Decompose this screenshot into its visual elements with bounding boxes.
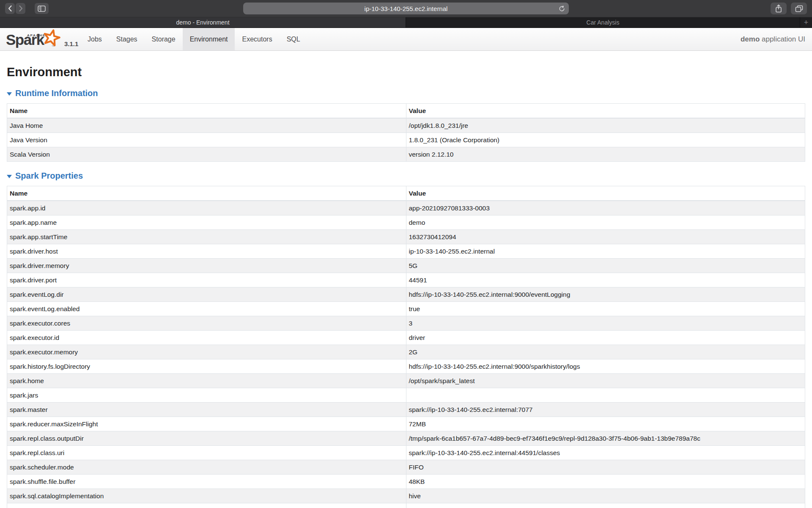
property-name-cell: spark.reducer.maxSizeInFlight (7, 417, 406, 431)
nav-item-storage[interactable]: Storage (145, 28, 183, 50)
table-row: spark.executor.iddriver (7, 331, 805, 345)
property-name-cell: spark.home (7, 374, 406, 388)
tab-car-analysis[interactable]: Car Analysis (406, 17, 800, 28)
table-header-row: NameValue (7, 104, 805, 119)
back-button[interactable] (5, 3, 15, 14)
property-name-cell: spark.app.startTime (7, 230, 406, 244)
property-value-cell: /opt/jdk1.8.0_231/jre (406, 118, 805, 133)
nav-item-stages[interactable]: Stages (109, 28, 145, 50)
tab-demo-environment[interactable]: demo - Environment (0, 17, 406, 28)
property-value-cell: /tmp/spark-6ca1b657-67a7-4d89-bec9-ef734… (406, 431, 805, 446)
table-row: spark.repl.class.urispark://ip-10-33-140… (7, 446, 805, 460)
property-value-cell: FIFO (406, 460, 805, 475)
spark-header: APACHE Spark ™ 3.1.1 JobsStagesStorageEn… (0, 28, 812, 51)
property-value-cell: 1.8.0_231 (Oracle Corporation) (406, 133, 805, 147)
property-name-cell: spark.history.fs.logDirectory (7, 359, 406, 374)
nav-item-environment[interactable]: Environment (183, 28, 235, 50)
property-name-cell: spark.executor.cores (7, 316, 406, 331)
property-name-cell: spark.driver.memory (7, 259, 406, 273)
property-value-cell: demo (406, 215, 805, 230)
table-row: spark.executor.cores3 (7, 316, 805, 331)
tab-overview-button[interactable] (791, 3, 807, 14)
section-title: Runtime Information (15, 88, 98, 98)
nav-item-jobs[interactable]: Jobs (80, 28, 109, 50)
property-name-cell: spark.eventLog.dir (7, 287, 406, 302)
page-title: Environment (7, 65, 805, 79)
spark-properties-table: NameValuespark.app.idapp-20210927081333-… (7, 186, 805, 508)
property-value-cell: 48KB (406, 475, 805, 489)
table-row: spark.history.fs.logDirectoryhdfs://ip-1… (7, 359, 805, 374)
property-name-cell: Scala Version (7, 147, 406, 162)
page-content: Environment Runtime Information NameValu… (0, 65, 812, 508)
collapse-caret-icon (7, 175, 12, 178)
table-row: Scala Versionversion 2.12.10 (7, 147, 805, 162)
table-row: spark.sql.catalogImplementationhive (7, 489, 805, 503)
url-text: ip-10-33-140-255.ec2.internal (365, 5, 448, 12)
app-ui-label: demo application UI (741, 35, 812, 44)
table-row: spark.scheduler.modeFIFO (7, 460, 805, 475)
property-value-cell: 2G (406, 345, 805, 359)
section-spark-properties-header[interactable]: Spark Properties (7, 171, 805, 181)
property-name-cell: spark.repl.class.outputDir (7, 431, 406, 446)
collapse-caret-icon (7, 92, 12, 96)
new-tab-button[interactable]: + (800, 17, 812, 28)
property-name-cell: spark.app.id (7, 201, 406, 215)
property-value-cell: ip-10-33-140-255.ec2.internal (406, 244, 805, 259)
runtime-information-table: NameValueJava Home/opt/jdk1.8.0_231/jreJ… (7, 103, 805, 162)
property-value-cell: version 2.12.10 (406, 147, 805, 162)
property-name-cell: spark.jars (7, 388, 406, 403)
property-value-cell: 3 (406, 316, 805, 331)
table-row: spark.driver.hostip-10-33-140-255.ec2.in… (7, 244, 805, 259)
table-row: spark.jars (7, 388, 805, 403)
plus-icon: + (804, 18, 809, 27)
reload-button[interactable] (558, 5, 565, 12)
nav-item-sql[interactable]: SQL (280, 28, 307, 50)
table-row: spark.driver.memory5G (7, 259, 805, 273)
table-header-row: NameValue (7, 186, 805, 201)
property-value-cell: 44591 (406, 273, 805, 287)
sidebar-icon (38, 6, 46, 12)
property-name-cell: spark.app.name (7, 215, 406, 230)
browser-toolbar: ip-10-33-140-255.ec2.internal (0, 0, 812, 17)
spark-logo[interactable]: APACHE Spark ™ 3.1.1 (0, 28, 80, 50)
property-value-cell: spark://ip-10-33-140-255.ec2.internal:44… (406, 446, 805, 460)
spark-version: 3.1.1 (64, 40, 78, 47)
share-button[interactable] (771, 3, 787, 14)
url-field[interactable]: ip-10-33-140-255.ec2.internal (243, 3, 569, 14)
tab-title: Car Analysis (587, 19, 620, 26)
property-name-cell: Java Home (7, 118, 406, 133)
spark-nav: JobsStagesStorageEnvironmentExecutorsSQL (80, 28, 307, 50)
property-value-cell: client (406, 503, 805, 508)
table-row: spark.app.namedemo (7, 215, 805, 230)
table-row: spark.repl.class.outputDir/tmp/spark-6ca… (7, 431, 805, 446)
property-value-cell: driver (406, 331, 805, 345)
table-row: spark.home/opt/spark/spark_latest (7, 374, 805, 388)
reload-icon (559, 6, 565, 12)
table-row: spark.app.idapp-20210927081333-0003 (7, 201, 805, 215)
section-title: Spark Properties (15, 171, 83, 181)
nav-item-executors[interactable]: Executors (235, 28, 279, 50)
property-name-cell: spark.executor.id (7, 331, 406, 345)
property-value-cell: 5G (406, 259, 805, 273)
sidebar-toggle-button[interactable] (35, 3, 49, 14)
property-name-cell: spark.driver.port (7, 273, 406, 287)
table-row: spark.shuffle.file.buffer48KB (7, 475, 805, 489)
property-value-cell: hdfs://ip-10-33-140-255.ec2.internal:900… (406, 359, 805, 374)
column-header: Name (7, 104, 406, 119)
forward-button[interactable] (16, 3, 25, 14)
column-header: Name (7, 186, 406, 201)
table-row: Java Version1.8.0_231 (Oracle Corporatio… (7, 133, 805, 147)
app-name: demo (741, 35, 760, 43)
back-icon (8, 5, 13, 12)
table-row: Java Home/opt/jdk1.8.0_231/jre (7, 118, 805, 133)
property-name-cell: spark.executor.memory (7, 345, 406, 359)
property-name-cell: spark.master (7, 403, 406, 417)
section-runtime-information-header[interactable]: Runtime Information (7, 88, 805, 98)
spark-wordmark: Spark (6, 31, 44, 48)
column-header: Value (406, 104, 805, 119)
property-value-cell: spark://ip-10-33-140-255.ec2.internal:70… (406, 403, 805, 417)
property-value-cell (406, 388, 805, 403)
column-header: Value (406, 186, 805, 201)
spark-star-icon (42, 28, 61, 49)
table-row: spark.submit.deployModeclient (7, 503, 805, 508)
